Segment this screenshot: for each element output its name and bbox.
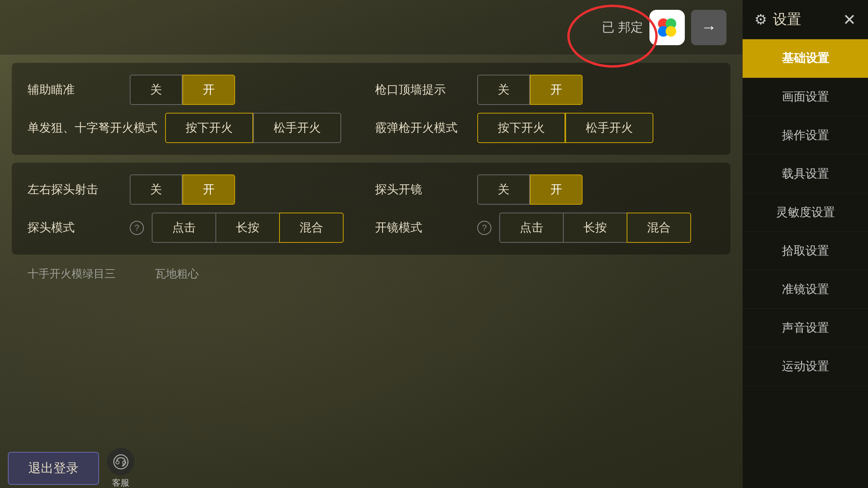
- muzzle-hint-buttons: 关 开: [477, 75, 583, 105]
- peek-mode-tap-btn[interactable]: 点击: [152, 213, 216, 243]
- sidebar-items: 基础设置 画面设置 操作设置 载具设置 灵敏度设置 拾取设置 准镜设置 声音设置…: [743, 39, 868, 488]
- scope-mode-group: 开镜模式 ? 点击 长按 混合: [375, 213, 715, 243]
- sidebar-item-audio-settings[interactable]: 声音设置: [743, 309, 868, 347]
- peek-shoot-on-btn[interactable]: 开: [182, 174, 235, 205]
- peek-shoot-label: 左右探头射击: [28, 182, 122, 198]
- shotgun-fire-buttons: 按下开火 松手开火: [477, 113, 653, 143]
- svg-point-3: [666, 26, 676, 37]
- sidebar-title-area: ⚙ 设置: [754, 10, 801, 29]
- partial-left-label: 十手开火模绿目三: [28, 266, 116, 281]
- binding-label: 已 邦定: [602, 19, 643, 36]
- peek-row-2: 探头模式 ? 点击 长按 混合 开镜模式 ? 点击 长按 混合: [28, 213, 715, 243]
- cs-label: 客服: [112, 477, 129, 488]
- peek-mode-label: 探头模式: [28, 220, 122, 236]
- main-game-area: 已 邦定 → 辅助瞄准: [0, 0, 742, 488]
- logout-button[interactable]: 退出登录: [8, 452, 99, 485]
- scope-mode-tap-btn[interactable]: 点击: [499, 213, 564, 243]
- binding-arrow[interactable]: →: [691, 10, 726, 45]
- shotgun-fire-press-btn[interactable]: 按下开火: [477, 113, 565, 143]
- close-button[interactable]: ✕: [843, 11, 856, 29]
- peek-shoot-buttons: 关 开: [130, 174, 235, 205]
- sidebar-item-controls-settings[interactable]: 操作设置: [743, 116, 868, 155]
- shotgun-fire-label: 霰弹枪开火模式: [375, 120, 469, 136]
- muzzle-hint-off-btn[interactable]: 关: [477, 75, 530, 105]
- game-center-icon[interactable]: [649, 10, 685, 45]
- single-fire-buttons: 按下开火 松手开火: [165, 113, 341, 143]
- peek-mode-group: 探头模式 ? 点击 长按 混合: [28, 213, 367, 243]
- peek-scope-label: 探头开镜: [375, 182, 469, 198]
- muzzle-hint-group: 枪口顶墙提示 关 开: [375, 75, 715, 105]
- aim-assist-buttons: 关 开: [130, 75, 235, 105]
- sidebar-item-display-settings[interactable]: 画面设置: [743, 78, 868, 116]
- aim-row-1: 辅助瞄准 关 开 枪口顶墙提示 关 开: [28, 75, 715, 105]
- sidebar: ⚙ 设置 ✕ 基础设置 画面设置 操作设置 载具设置 灵敏度设置 拾取设置 准镜…: [742, 0, 868, 488]
- scope-mode-hold-btn[interactable]: 长按: [564, 213, 627, 243]
- sidebar-header: ⚙ 设置 ✕: [743, 0, 868, 39]
- scope-mode-buttons: 点击 长按 混合: [499, 213, 691, 243]
- bottom-bar: 退出登录 客服: [0, 449, 742, 488]
- aim-assist-on-btn[interactable]: 开: [182, 75, 235, 105]
- binding-section: 已 邦定 →: [602, 10, 726, 45]
- sidebar-item-pickup-settings[interactable]: 拾取设置: [743, 232, 868, 270]
- settings-gear-icon: ⚙: [754, 11, 767, 28]
- single-fire-label: 单发狙、十字弩开火模式: [28, 120, 157, 136]
- sidebar-item-sensitivity-settings[interactable]: 灵敏度设置: [743, 193, 868, 232]
- shotgun-fire-release-btn[interactable]: 松手开火: [565, 113, 653, 143]
- peek-scope-buttons: 关 开: [477, 174, 583, 205]
- settings-content: 辅助瞄准 关 开 枪口顶墙提示 关 开 单发狙、十字弩开火模: [12, 63, 730, 449]
- scope-mode-help-icon[interactable]: ?: [477, 221, 491, 235]
- scope-mode-label: 开镜模式: [375, 220, 469, 236]
- sidebar-item-motion-settings[interactable]: 运动设置: [743, 347, 868, 386]
- aim-row-2: 单发狙、十字弩开火模式 按下开火 松手开火 霰弹枪开火模式 按下开火 松手开火: [28, 113, 715, 143]
- shotgun-fire-group: 霰弹枪开火模式 按下开火 松手开火: [375, 113, 715, 143]
- aim-assist-group: 辅助瞄准 关 开: [28, 75, 367, 105]
- peek-scope-on-btn[interactable]: 开: [530, 174, 583, 205]
- peek-mode-buttons: 点击 长按 混合: [152, 213, 344, 243]
- aim-assist-off-btn[interactable]: 关: [130, 75, 182, 105]
- peek-shoot-off-btn[interactable]: 关: [130, 174, 182, 205]
- sidebar-item-vehicle-settings[interactable]: 载具设置: [743, 155, 868, 193]
- peek-scope-group: 探头开镜 关 开: [375, 174, 715, 205]
- partial-right-label: 瓦地粗心: [155, 266, 199, 281]
- sidebar-item-basic-settings[interactable]: 基础设置: [743, 39, 868, 78]
- peek-mode-hold-btn[interactable]: 长按: [216, 213, 279, 243]
- customer-service-button[interactable]: 客服: [107, 448, 134, 488]
- peek-scope-off-btn[interactable]: 关: [477, 174, 530, 205]
- peek-mode-help-icon[interactable]: ?: [130, 221, 144, 235]
- peek-mode-mixed-btn[interactable]: 混合: [279, 213, 344, 243]
- aim-settings-section: 辅助瞄准 关 开 枪口顶墙提示 关 开 单发狙、十字弩开火模: [12, 63, 730, 155]
- single-fire-release-btn[interactable]: 松手开火: [253, 113, 341, 143]
- sidebar-title: 设置: [773, 10, 801, 29]
- aim-assist-label: 辅助瞄准: [28, 82, 122, 98]
- sidebar-item-scope-settings[interactable]: 准镜设置: [743, 270, 868, 309]
- muzzle-hint-on-btn[interactable]: 开: [530, 75, 583, 105]
- partial-section: 十手开火模绿目三 瓦地粗心: [12, 262, 730, 285]
- svg-point-5: [116, 461, 119, 464]
- peek-row-1: 左右探头射击 关 开 探头开镜 关 开: [28, 174, 715, 205]
- peek-shoot-group: 左右探头射击 关 开: [28, 174, 367, 205]
- peek-settings-section: 左右探头射击 关 开 探头开镜 关 开 探头模式: [12, 163, 730, 255]
- single-fire-press-btn[interactable]: 按下开火: [165, 113, 253, 143]
- single-fire-group: 单发狙、十字弩开火模式 按下开火 松手开火: [28, 113, 367, 143]
- muzzle-hint-label: 枪口顶墙提示: [375, 82, 469, 98]
- top-bar: 已 邦定 →: [0, 0, 742, 55]
- scope-mode-mixed-btn[interactable]: 混合: [627, 213, 691, 243]
- cs-icon: [107, 448, 134, 475]
